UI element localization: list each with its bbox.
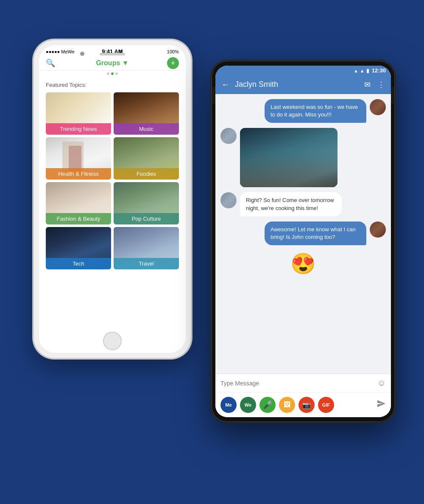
signal-icon: ▲ <box>360 68 365 73</box>
nav-dot-2 <box>111 72 114 75</box>
pop-culture-label: Pop Culture <box>114 213 179 224</box>
topic-travel[interactable]: Travel <box>114 227 179 269</box>
we-button[interactable]: We <box>240 397 256 413</box>
chat-message-list: Last weekend was so fun - we have to do … <box>215 94 391 374</box>
receiver-avatar-2 <box>220 192 237 208</box>
nav-dot-1 <box>107 72 109 75</box>
message-input[interactable] <box>220 380 374 387</box>
plus-icon: + <box>171 59 176 68</box>
emoji-reaction: 😍 <box>220 252 386 276</box>
chat-image-restaurant <box>240 128 338 187</box>
iphone-screen: ●●●●● MeWe ≋ 9:41 AM 100% 🔍 Groups ▼ + <box>39 45 186 353</box>
featured-topics-label: Featured Topics: <box>46 82 179 88</box>
image-icon: 🖼 <box>284 401 290 409</box>
sender-avatar-img-2 <box>370 222 386 238</box>
iphone-navbar: 🔍 Groups ▼ + <box>39 56 186 71</box>
nav-dots <box>39 71 186 77</box>
sender-avatar-2 <box>370 222 386 238</box>
topic-trending-news[interactable]: Trending News <box>46 92 111 135</box>
samsung-status-icons: ▲ ▲ ▮ <box>354 68 369 74</box>
samsung-device: SAMSUNG ▲ ▲ ▮ 12:30 ← Jaclyn Smith ✉ ⋮ <box>212 61 394 421</box>
topics-grid: Trending News Music Health & Fitness <box>46 92 179 269</box>
iphone-speaker <box>100 53 125 55</box>
receiver-avatar-img-2 <box>220 192 237 208</box>
nav-dot-3 <box>115 72 118 75</box>
chat-contact-name: Jaclyn Smith <box>235 80 359 89</box>
foodies-label: Foodies <box>114 168 179 180</box>
samsung-screen: ▲ ▲ ▮ 12:30 ← Jaclyn Smith ✉ ⋮ <box>215 66 391 417</box>
topic-tech[interactable]: Tech <box>46 227 111 269</box>
bubble-received-1: Right? So fun! Come over tomorrow night,… <box>240 192 342 216</box>
wifi-icon: ▲ <box>354 68 358 73</box>
sender-avatar-1 <box>370 99 386 115</box>
iphone-device: ●●●●● MeWe ≋ 9:41 AM 100% 🔍 Groups ▼ + <box>34 40 191 358</box>
groups-title[interactable]: Groups ▼ <box>96 59 128 67</box>
emoji-picker-button[interactable]: ☺ <box>377 378 386 388</box>
search-icon[interactable]: 🔍 <box>46 58 55 68</box>
tech-label: Tech <box>46 258 111 269</box>
camera-icon: 📷 <box>302 401 311 409</box>
topic-foodies[interactable]: Foodies <box>114 137 179 180</box>
chat-action-icons: ✉ ⋮ <box>364 80 385 89</box>
battery-icon: ▮ <box>366 68 369 74</box>
iphone-camera <box>80 52 84 56</box>
gif-label: GIF <box>322 402 330 407</box>
we-label: We <box>245 402 251 407</box>
email-icon[interactable]: ✉ <box>364 80 371 89</box>
gallery-button[interactable]: 🖼 <box>279 397 295 413</box>
add-group-button[interactable]: + <box>167 57 179 69</box>
me-label: Me <box>225 402 232 407</box>
health-fitness-label: Health & Fitness <box>46 168 111 180</box>
iphone-home-button[interactable] <box>103 332 122 350</box>
back-button[interactable]: ← <box>221 80 230 89</box>
message-received-1: Right? So fun! Come over tomorrow night,… <box>220 192 386 216</box>
microphone-icon: 🎤 <box>263 400 272 410</box>
more-options-icon[interactable]: ⋮ <box>377 80 385 89</box>
camera-button[interactable]: 📷 <box>298 397 315 413</box>
topic-music[interactable]: Music <box>114 92 179 135</box>
message-received-image <box>220 128 386 187</box>
receiver-avatar-img-1 <box>220 128 237 144</box>
chat-input-area: ☺ <box>215 374 391 392</box>
iphone-carrier: ●●●●● MeWe <box>46 49 75 54</box>
me-button[interactable]: Me <box>220 397 237 413</box>
samsung-time: 12:30 <box>372 67 386 74</box>
voice-button[interactable]: 🎤 <box>259 397 276 413</box>
send-button[interactable] <box>377 399 386 411</box>
iphone-content: Featured Topics: Trending News Music <box>39 77 186 350</box>
bubble-sent-1: Last weekend was so fun - we have to do … <box>265 99 366 123</box>
receiver-avatar-1 <box>220 128 237 144</box>
topic-health-fitness[interactable]: Health & Fitness <box>46 137 111 180</box>
iphone-battery: 100% <box>167 49 179 54</box>
samsung-status-bar: ▲ ▲ ▮ 12:30 <box>215 66 391 75</box>
chat-toolbar: Me We 🎤 🖼 📷 GIF <box>215 392 391 417</box>
fashion-beauty-label: Fashion & Beauty <box>46 213 111 224</box>
topic-pop-culture[interactable]: Pop Culture <box>114 182 179 224</box>
chat-header: ← Jaclyn Smith ✉ ⋮ <box>215 75 391 94</box>
restaurant-scene <box>240 128 338 187</box>
message-sent-1: Last weekend was so fun - we have to do … <box>220 99 386 123</box>
music-label: Music <box>114 123 179 135</box>
trending-news-label: Trending News <box>46 123 111 135</box>
gif-button[interactable]: GIF <box>318 397 334 413</box>
message-sent-2: Awesome! Let me know what I can bring! I… <box>220 222 386 245</box>
sender-avatar-img-1 <box>370 99 386 115</box>
phones-container: ●●●●● MeWe ≋ 9:41 AM 100% 🔍 Groups ▼ + <box>21 19 403 485</box>
topic-fashion-beauty[interactable]: Fashion & Beauty <box>46 182 111 224</box>
bubble-sent-2: Awesome! Let me know what I can bring! I… <box>265 222 366 245</box>
travel-label: Travel <box>114 258 179 269</box>
